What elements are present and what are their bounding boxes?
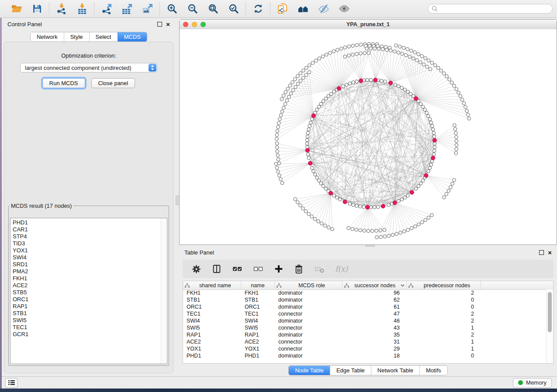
- table-row[interactable]: STB1STB1dominator620: [183, 296, 547, 303]
- table-cell-shared-name: PHD1: [183, 353, 241, 359]
- import-table-icon: [76, 3, 88, 14]
- table-row[interactable]: SWI5SWI5connector431: [183, 324, 547, 331]
- search-input[interactable]: [440, 5, 549, 13]
- mcds-result-item[interactable]: RAP1: [13, 303, 161, 310]
- network-canvas[interactable]: [180, 29, 557, 244]
- table-cell-mcds-role: connector: [275, 339, 343, 345]
- mcds-result-item[interactable]: SWI4: [13, 254, 161, 261]
- float-panel-icon[interactable]: [157, 22, 162, 27]
- table-cell-predecessor-nodes: 2: [407, 332, 481, 338]
- mcds-result-item[interactable]: ACE2: [13, 282, 161, 289]
- mcds-result-item[interactable]: PHD1: [13, 219, 161, 226]
- optimization-criterion-label: Optimization criterion:: [4, 52, 173, 59]
- mcds-result-item[interactable]: ORC1: [13, 296, 161, 303]
- table-settings-button[interactable]: [191, 264, 201, 274]
- add-column-button[interactable]: [274, 264, 284, 274]
- deselect-all-button[interactable]: [253, 264, 263, 274]
- export-table-button[interactable]: [121, 3, 133, 15]
- hide-selected-button[interactable]: [318, 3, 329, 15]
- mcds-result-item[interactable]: YOX1: [13, 247, 161, 254]
- table-row[interactable]: YOX1YOX1connector291: [183, 345, 547, 352]
- tab-select[interactable]: Select: [89, 32, 118, 41]
- network-graph[interactable]: [180, 29, 557, 244]
- column-header-successor-nodes[interactable]: successor nodes: [343, 281, 407, 289]
- mcds-result-item[interactable]: TEC1: [13, 324, 161, 331]
- table-scrollbar-thumb[interactable]: [548, 292, 552, 332]
- export-image-button[interactable]: [142, 3, 153, 15]
- function-builder-button[interactable]: f(x): [335, 265, 348, 273]
- table-row[interactable]: ACE2ACE2connector311: [183, 338, 547, 345]
- table-row[interactable]: TEC1TEC1connector472: [183, 310, 547, 317]
- memory-status-icon: [518, 380, 523, 385]
- mcds-result-item[interactable]: CAR1: [13, 226, 161, 233]
- refresh-layout-button[interactable]: [252, 3, 264, 15]
- search-field[interactable]: [428, 4, 553, 14]
- open-session-button[interactable]: [10, 3, 22, 15]
- column-header-name[interactable]: name: [241, 281, 275, 289]
- select-all-button[interactable]: [232, 264, 242, 274]
- table-row[interactable]: ORC1ORC1dominator610: [183, 303, 547, 310]
- delete-table-button[interactable]: [314, 264, 325, 274]
- tab-network-table[interactable]: Network Table: [371, 366, 419, 375]
- tab-edge-table[interactable]: Edge Table: [330, 366, 371, 375]
- close-panel-button[interactable]: Close panel: [91, 78, 135, 88]
- table-cell-predecessor-nodes: 1: [407, 325, 481, 331]
- node-table: shared namenameMCDS rolesuccessor nodesp…: [183, 281, 554, 364]
- maximize-window-button[interactable]: [201, 22, 206, 27]
- column-header-predecessor-nodes[interactable]: predecessor nodes: [407, 281, 481, 289]
- run-mcds-button[interactable]: Run MCDS: [42, 78, 85, 88]
- show-all-button[interactable]: [338, 3, 350, 15]
- import-network-button[interactable]: [55, 3, 67, 15]
- mcds-list-scrollbar[interactable]: [161, 218, 167, 364]
- close-window-button[interactable]: [183, 22, 188, 27]
- mcds-result-item[interactable]: GCR1: [13, 331, 161, 338]
- minimize-window-button[interactable]: [192, 22, 197, 27]
- tab-network[interactable]: Network: [31, 32, 64, 41]
- table-cell-name: ACE2: [241, 339, 275, 345]
- first-neighbors-button[interactable]: [297, 3, 309, 15]
- memory-button[interactable]: Memory: [513, 378, 552, 388]
- table-row[interactable]: SWI4SWI4dominator462: [183, 317, 547, 324]
- tab-motifs[interactable]: Motifs: [419, 366, 447, 375]
- mcds-result-item[interactable]: SWI5: [13, 317, 161, 324]
- import-table-button[interactable]: [76, 3, 88, 15]
- table-row[interactable]: RAP1RAP1dominator352: [183, 331, 547, 338]
- columns-icon: [212, 264, 221, 274]
- zoom-in-button[interactable]: [166, 3, 178, 15]
- zoom-fit-icon: [208, 3, 218, 14]
- table-cell-mcds-role: dominator: [275, 304, 343, 310]
- float-table-panel-icon[interactable]: [539, 250, 544, 255]
- column-header-shared-name[interactable]: shared name: [183, 281, 241, 289]
- show-columns-button[interactable]: [212, 264, 221, 274]
- task-history-button[interactable]: [5, 378, 17, 388]
- network-window-titlebar[interactable]: YPA_prune.txt_1: [180, 20, 557, 30]
- save-session-button[interactable]: [31, 3, 43, 15]
- mcds-result-item[interactable]: FKH1: [13, 275, 161, 282]
- table-scrollbar[interactable]: [546, 289, 553, 363]
- zoom-selected-button[interactable]: [228, 3, 239, 15]
- mcds-result-item[interactable]: STP4: [13, 233, 161, 240]
- zoom-fit-button[interactable]: [207, 3, 219, 15]
- mcds-result-item[interactable]: STB5: [13, 289, 161, 296]
- delete-column-button[interactable]: [294, 264, 304, 274]
- table-cell-predecessor-nodes: 0: [407, 297, 481, 303]
- zoom-out-button[interactable]: [187, 3, 198, 15]
- mcds-result-list[interactable]: PHD1CAR1STP4TID3YOX1SWI4SRD1PMA2FKH1ACE2…: [10, 218, 161, 364]
- column-header-mcds-role[interactable]: MCDS role: [275, 281, 343, 289]
- tab-mcds[interactable]: MCDS: [118, 32, 147, 41]
- tab-style[interactable]: Style: [64, 32, 89, 41]
- table-row[interactable]: PHD1PHD1dominator180: [183, 352, 547, 359]
- table-row[interactable]: FKH1FKH1dominator962: [183, 289, 547, 296]
- close-table-panel-icon[interactable]: ×: [548, 249, 552, 256]
- mcds-result-item[interactable]: TID3: [13, 240, 161, 247]
- export-network-button[interactable]: [100, 3, 112, 15]
- optimization-criterion-select[interactable]: largest connected component (undirected): [20, 63, 157, 72]
- clone-network-button[interactable]: [277, 3, 288, 15]
- close-panel-icon[interactable]: ×: [166, 21, 170, 28]
- table-cell-successor-nodes: 46: [343, 318, 407, 324]
- mcds-result-item[interactable]: PMA2: [13, 268, 161, 275]
- mcds-result-item[interactable]: STB1: [13, 310, 161, 317]
- tab-node-table[interactable]: Node Table: [289, 366, 330, 375]
- table-cell-name: SWI4: [241, 318, 275, 324]
- mcds-result-item[interactable]: SRD1: [13, 261, 161, 268]
